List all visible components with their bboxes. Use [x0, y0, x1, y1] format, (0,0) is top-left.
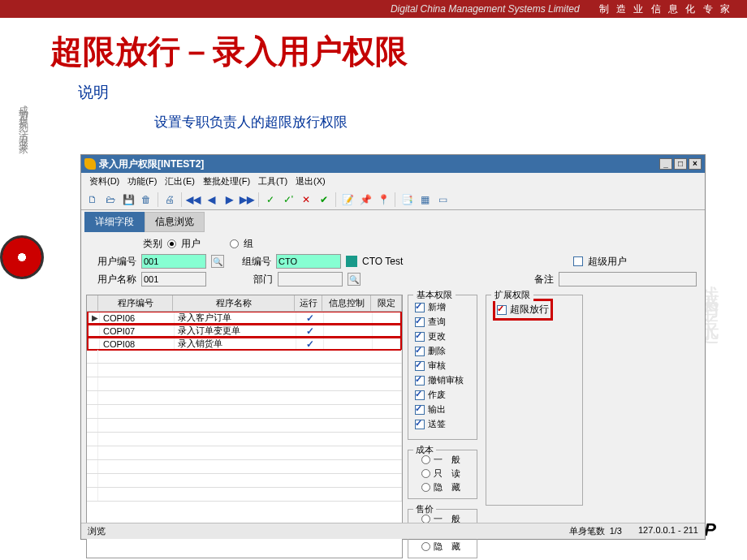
confirm-icon[interactable]: ✔︎ [316, 192, 332, 208]
perm-void-checkbox[interactable] [415, 390, 425, 400]
first-icon[interactable]: ◀◀ [185, 192, 201, 208]
note-input[interactable] [559, 272, 697, 286]
perm-unaudit-checkbox[interactable] [415, 376, 425, 386]
copy-icon[interactable]: 📑 [399, 192, 415, 208]
col-info[interactable]: 信息控制 [322, 295, 371, 312]
table-row[interactable]: COPI08 录入销货单 ✓ [87, 337, 402, 351]
menu-exit[interactable]: 退出(X) [292, 174, 329, 188]
perm-query-checkbox[interactable] [415, 317, 425, 327]
col-name[interactable]: 程序名称 [173, 295, 295, 312]
table-row[interactable] [87, 433, 402, 446]
grid-header: 程序编号 程序名称 运行 信息控制 限定 [87, 295, 402, 312]
check-icon: ✓ [306, 325, 314, 337]
expert-tag: 制 造 业 信 息 化 专 家 [599, 2, 732, 16]
menu-tool[interactable]: 工具(T) [255, 174, 291, 188]
prev-icon[interactable]: ◀ [203, 192, 219, 208]
table-row[interactable] [87, 364, 402, 377]
table-row[interactable] [87, 474, 402, 488]
new-icon[interactable]: 🗋 [84, 192, 101, 208]
group-id-label: 组编号 [229, 255, 271, 269]
card-icon[interactable]: ▭ [434, 192, 451, 208]
close-button[interactable]: × [689, 158, 702, 170]
cost-general-radio[interactable] [421, 455, 430, 464]
menu-batch[interactable]: 整批处理(F) [200, 174, 253, 188]
cost-hide-radio[interactable] [421, 483, 430, 492]
perm-export-checkbox[interactable] [415, 405, 425, 415]
table-row[interactable] [87, 377, 402, 391]
cost-readonly-radio[interactable] [421, 469, 430, 478]
col-run[interactable]: 运行 [295, 295, 322, 312]
user-name-input[interactable] [141, 272, 206, 286]
table-row[interactable] [87, 460, 402, 474]
table-row[interactable] [87, 446, 402, 460]
print-icon[interactable]: 🖨 [162, 192, 178, 208]
status-bar: 浏览 单身笔数 1/3 127.0.0.1 - 211 [81, 523, 705, 539]
menu-data[interactable]: 资料(D) [86, 174, 123, 188]
perm-delete-checkbox[interactable] [415, 347, 425, 356]
main-pane: 程序编号 程序名称 运行 信息控制 限定 ▶ COPI06 录入客户订单 ✓ C… [81, 295, 705, 558]
table-row[interactable] [87, 405, 402, 419]
group-desc: CTO Test [362, 256, 403, 267]
reject-icon[interactable]: ✕ [298, 192, 314, 208]
grid-icon[interactable]: ▦ [417, 192, 433, 208]
next-icon[interactable]: ▶ [221, 192, 237, 208]
dept-input[interactable] [278, 272, 343, 286]
perm-edit-checkbox[interactable] [415, 332, 425, 342]
group-id-input[interactable] [276, 254, 341, 269]
approve-icon[interactable]: ✓ [262, 192, 279, 208]
app-window: 录入用户权限[INTEST2] _ □ × 资料(D) 功能(F) 汇出(E) … [80, 154, 706, 540]
note-icon[interactable]: 📝 [339, 192, 356, 208]
table-row[interactable] [87, 419, 402, 433]
window-icon [84, 158, 96, 170]
row-marker-icon: ▶ [92, 313, 98, 322]
overlimit-label: 超限放行 [510, 303, 549, 317]
save-icon[interactable]: 💾 [120, 192, 136, 208]
minimize-button[interactable]: _ [659, 158, 672, 170]
col-limit[interactable]: 限定 [371, 295, 402, 312]
menu-export[interactable]: 汇出(E) [162, 174, 198, 188]
dept-label: 部门 [231, 273, 273, 286]
perm-label: 新增 [428, 301, 446, 313]
window-title: 录入用户权限[INTEST2] [99, 157, 204, 171]
last-icon[interactable]: ▶▶ [239, 192, 255, 208]
radio-user[interactable] [167, 239, 176, 248]
dept-lookup-icon[interactable]: 🔍 [348, 273, 361, 286]
table-row[interactable]: COPI07 录入订单变更单 ✓ [87, 324, 402, 338]
user-id-input[interactable] [141, 254, 206, 269]
approve2-icon[interactable]: ✓' [280, 192, 296, 208]
menu-function[interactable]: 功能(F) [124, 174, 160, 188]
perm-audit-checkbox[interactable] [415, 361, 425, 371]
perm-label: 更改 [428, 330, 446, 342]
status-count-label: 单身笔数 [569, 526, 605, 536]
pin-icon[interactable]: 📌 [357, 192, 374, 208]
table-row[interactable] [87, 350, 402, 364]
price-hide-radio[interactable] [421, 542, 430, 551]
flag-icon[interactable]: 📍 [375, 192, 391, 208]
superuser-checkbox[interactable] [573, 256, 583, 266]
vertical-slogan: 成功万川复刻·活力专业家 [16, 97, 30, 139]
restore-button[interactable]: □ [674, 158, 687, 170]
user-name-label: 用户名称 [89, 273, 136, 286]
table-row[interactable] [87, 488, 402, 502]
open-icon[interactable]: 🗁 [102, 192, 119, 208]
user-id-lookup-icon[interactable]: 🔍 [211, 255, 224, 268]
table-row[interactable]: ▶ COPI06 录入客户订单 ✓ [87, 312, 402, 325]
program-grid[interactable]: 程序编号 程序名称 运行 信息控制 限定 ▶ COPI06 录入客户订单 ✓ C… [86, 295, 403, 558]
perm-label: 作废 [428, 389, 446, 401]
perm-sign-checkbox[interactable] [415, 420, 425, 429]
ext-legend: 扩展权限 [491, 289, 533, 301]
perm-label: 输出 [428, 403, 446, 416]
radio-group[interactable] [230, 239, 239, 248]
superuser-label: 超级用户 [588, 255, 627, 269]
status-mode: 浏览 [88, 525, 106, 537]
grid-body: ▶ COPI06 录入客户订单 ✓ COPI07 录入订单变更单 ✓ COPI0… [87, 312, 402, 508]
table-row[interactable] [87, 391, 402, 405]
tab-detail[interactable]: 详细字段 [84, 212, 145, 232]
perm-add-checkbox[interactable] [415, 303, 425, 312]
tab-browse[interactable]: 信息浏览 [145, 212, 205, 232]
overlimit-checkbox[interactable] [497, 305, 507, 315]
col-code[interactable]: 程序编号 [98, 295, 173, 312]
delete-icon[interactable]: 🗑 [138, 192, 154, 208]
window-titlebar[interactable]: 录入用户权限[INTEST2] _ □ × [81, 155, 705, 173]
category-label: 类别 [89, 237, 162, 251]
